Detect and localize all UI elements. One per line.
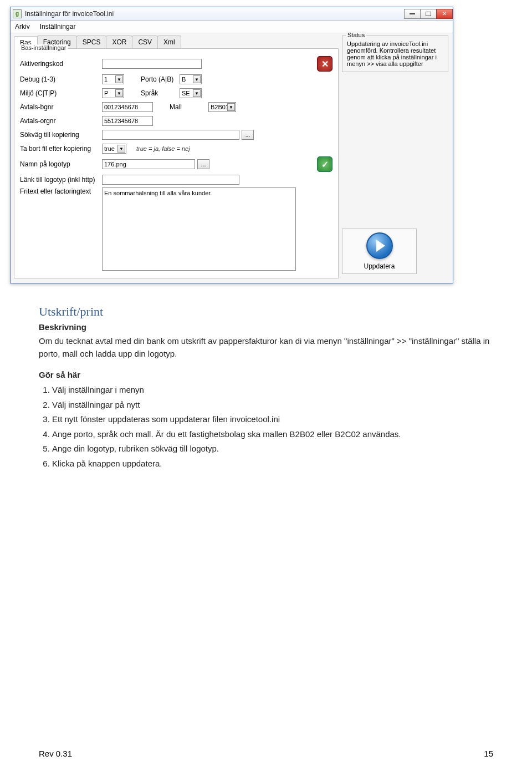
namn-logotyp-input[interactable] — [102, 159, 195, 169]
svg-rect-1 — [426, 12, 431, 16]
browse-logotyp-button[interactable]: ... — [197, 159, 209, 169]
sokvag-input[interactable] — [102, 130, 239, 140]
update-button-label: Uppdatera — [364, 262, 395, 270]
step-item: Ange porto, språk och mall. Är du ett fa… — [52, 428, 493, 441]
step-item: Ett nytt fönster uppdateras som uppdater… — [52, 413, 493, 426]
status-box: Status Uppdatering av invoiceTool.ini ge… — [342, 35, 448, 72]
lank-logotyp-input[interactable] — [102, 175, 239, 185]
ok-shield-icon: ✓ — [317, 156, 332, 172]
menu-bar: Arkiv Inställningar — [11, 21, 453, 33]
label-aktiveringskod: Aktiveringskod — [20, 60, 102, 68]
error-shield-icon: ✕ — [317, 56, 332, 72]
label-porto: Porto (A|B) — [141, 75, 180, 83]
label-tabort: Ta bort fil efter kopiering — [20, 145, 102, 153]
label-miljo: Miljö (C|T|P) — [20, 89, 102, 97]
tab-csv[interactable]: CSV — [132, 35, 158, 48]
fritext-textarea[interactable] — [102, 187, 296, 271]
desc-text: Om du tecknat avtal med din bank om utsk… — [39, 335, 493, 360]
avtals-bgnr-input[interactable] — [102, 102, 153, 112]
avtals-orgnr-input[interactable] — [102, 116, 153, 126]
close-button[interactable]: ✕ — [436, 9, 453, 19]
tab-xml[interactable]: Xml — [157, 35, 181, 48]
app-icon: g — [13, 9, 22, 18]
gor-label: Gör så här — [39, 370, 493, 379]
step-item: Klicka på knappen uppdatera. — [52, 458, 493, 470]
maximize-button[interactable] — [420, 9, 437, 19]
label-mall: Mall — [170, 103, 208, 111]
chevron-down-icon[interactable]: ▼ — [117, 145, 125, 153]
chevron-down-icon[interactable]: ▼ — [193, 89, 201, 97]
chevron-down-icon[interactable]: ▼ — [115, 75, 123, 83]
tab-xor[interactable]: XOR — [106, 35, 132, 48]
menu-installningar[interactable]: Inställningar — [40, 23, 76, 31]
label-avtals-bgnr: Avtals-bgnr — [20, 103, 102, 111]
aktiveringskod-input[interactable] — [102, 59, 202, 69]
chevron-down-icon[interactable]: ▼ — [227, 103, 235, 111]
tabort-hint: true = ja, false = nej — [136, 145, 190, 152]
window-title: Inställningar för invoiceTool.ini — [25, 10, 405, 18]
app-window: g Inställningar för invoiceTool.ini ✕ Ar… — [10, 7, 453, 283]
label-avtals-orgnr: Avtals-orgnr — [20, 117, 102, 125]
label-debug: Debug (1-3) — [20, 75, 102, 83]
label-fritext: Fritext eller factoringtext — [20, 187, 102, 195]
chevron-down-icon[interactable]: ▼ — [115, 89, 123, 97]
tab-spcs[interactable]: SPCS — [76, 35, 107, 48]
doc-heading: Utskrift/print — [39, 305, 493, 319]
step-item: Välj inställningar på nytt — [52, 399, 493, 412]
bas-group: Bas-inställningar Aktiveringskod ✕ Debug… — [14, 49, 339, 278]
title-bar: g Inställningar för invoiceTool.ini ✕ — [11, 7, 453, 21]
update-button[interactable]: Uppdatera — [342, 229, 417, 274]
menu-arkiv[interactable]: Arkiv — [15, 23, 30, 31]
document-body: Utskrift/print Beskrivning Om du tecknat… — [0, 283, 532, 494]
play-icon — [366, 232, 393, 259]
status-text: Uppdatering av invoiceTool.ini genomförd… — [347, 40, 437, 67]
step-list: Välj inställningar i menyn Välj inställn… — [52, 384, 493, 470]
group-title: Bas-inställningar — [19, 44, 68, 51]
label-sprak: Språk — [141, 89, 180, 97]
minimize-button[interactable] — [404, 9, 421, 19]
step-item: Ange din logotyp, rubriken sökväg till l… — [52, 443, 493, 455]
step-item: Välj inställningar i menyn — [52, 384, 493, 397]
label-lank-logotyp: Länk till logotyp (inkl http) — [20, 176, 102, 184]
status-legend: Status — [346, 32, 366, 38]
svg-rect-0 — [410, 13, 415, 14]
desc-label: Beskrivning — [39, 322, 493, 332]
browse-sokvag-button[interactable]: ... — [242, 130, 254, 140]
chevron-down-icon[interactable]: ▼ — [193, 75, 201, 83]
label-namn-logotyp: Namn på logotyp — [20, 160, 102, 168]
label-sokvag: Sökväg till kopiering — [20, 131, 102, 139]
